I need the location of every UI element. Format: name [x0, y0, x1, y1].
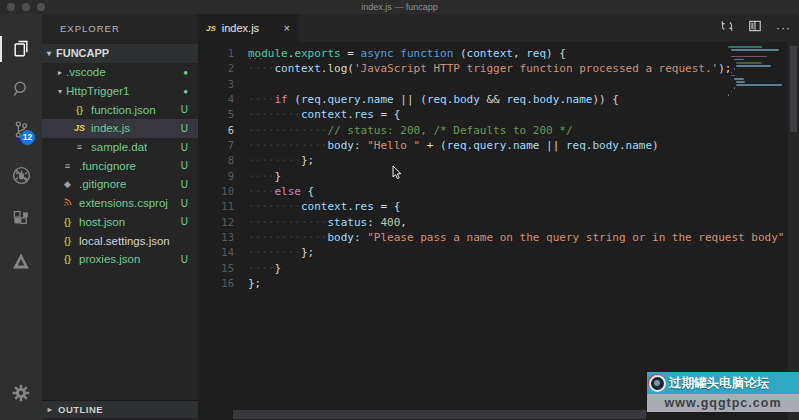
- line-number[interactable]: 14: [198, 245, 248, 260]
- code-line-3[interactable]: 3: [198, 77, 799, 92]
- file-label: .funcignore: [79, 160, 136, 172]
- settings-gear-icon[interactable]: [0, 378, 42, 408]
- file-label: local.settings.json: [79, 235, 170, 247]
- source-control-icon[interactable]: 12: [0, 114, 42, 144]
- line-number[interactable]: 13: [198, 230, 248, 245]
- tab-index-js[interactable]: JS index.js ×: [198, 14, 298, 42]
- braces-file-icon: {}: [60, 236, 75, 246]
- line-number[interactable]: 4: [198, 92, 248, 107]
- watermark-forum-name: 过期罐头电脑论坛: [669, 375, 769, 392]
- azure-icon[interactable]: [0, 246, 42, 276]
- code-text: ····}: [248, 261, 281, 276]
- line-number[interactable]: 16: [198, 276, 248, 291]
- code-text: ········};: [248, 245, 314, 260]
- explorer-item-gitignore[interactable]: ◆.gitignoreU: [42, 175, 198, 194]
- vertical-scrollbar[interactable]: [788, 42, 799, 420]
- code-line-1[interactable]: 1module.exports = async function (contex…: [198, 46, 799, 61]
- code-line-5[interactable]: 5········context.res = {: [198, 107, 799, 122]
- code-line-6[interactable]: 6············// status: 200, /* Defaults…: [198, 123, 799, 138]
- code-line-4[interactable]: 4····if (req.query.name || (req.body && …: [198, 92, 799, 107]
- minimap[interactable]: [728, 46, 786, 97]
- code-text: ········context.res = {: [248, 199, 400, 214]
- code-line-7[interactable]: 7············body: "Hello " + (req.query…: [198, 138, 799, 153]
- code-line-16[interactable]: 16};: [198, 276, 799, 291]
- line-number[interactable]: 9: [198, 169, 248, 184]
- close-window-button[interactable]: [7, 3, 15, 11]
- untracked-badge: U: [181, 179, 188, 190]
- chevron-down-icon: ▾: [54, 87, 66, 96]
- explorer-item-vscode[interactable]: ▸.vscode●: [42, 63, 198, 82]
- explorer-item-proxies-json[interactable]: {}proxies.jsonU: [42, 250, 198, 269]
- code-line-8[interactable]: 8········};: [198, 153, 799, 168]
- file-label: HttpTrigger1: [66, 85, 130, 97]
- code-line-14[interactable]: 14········};: [198, 245, 799, 260]
- explorer-item-host-json[interactable]: {}host.jsonU: [42, 213, 198, 232]
- explorer-item-extensions-csproj[interactable]: extensions.csprojU: [42, 194, 198, 213]
- code-line-15[interactable]: 15····}: [198, 261, 799, 276]
- hint-ellipsis-icon: ···: [248, 55, 264, 63]
- js-file-icon: JS: [206, 24, 216, 33]
- debug-icon[interactable]: [0, 160, 42, 190]
- code-line-2[interactable]: 2····context.log('JavaScript HTTP trigge…: [198, 61, 799, 76]
- rss-file-icon: [60, 197, 75, 209]
- code-text: ····context.log('JavaScript HTTP trigger…: [248, 61, 731, 76]
- explorer-item-httptrigger1[interactable]: ▾HttpTrigger1●: [42, 82, 198, 101]
- minimize-window-button[interactable]: [22, 3, 30, 11]
- line-number[interactable]: 3: [198, 77, 248, 92]
- line-number[interactable]: 11: [198, 199, 248, 214]
- close-tab-icon[interactable]: ×: [284, 22, 290, 34]
- explorer-title: EXPLORER: [42, 14, 198, 44]
- editor-actions: ···: [720, 14, 791, 42]
- zoom-window-button[interactable]: [37, 3, 45, 11]
- js-file-icon: JS: [72, 123, 87, 133]
- line-number[interactable]: 1: [198, 46, 248, 61]
- vertical-scrollbar-thumb[interactable]: [790, 46, 797, 132]
- extensions-icon[interactable]: [0, 204, 42, 234]
- code-text: module.exports = async function (context…: [248, 46, 566, 61]
- code-text: ············// status: 200, /* Defaults …: [248, 123, 573, 138]
- explorer-item-local-settings-json[interactable]: {}local.settings.json: [42, 231, 198, 250]
- watermark-url: www.gqgtpc.com: [647, 394, 799, 412]
- untracked-badge: U: [181, 198, 188, 209]
- explorer-item-sample-dat[interactable]: ≡sample.datU: [42, 138, 198, 157]
- braces-file-icon: {}: [60, 217, 75, 227]
- code-line-9[interactable]: 9····}: [198, 169, 799, 184]
- active-indicator: [0, 36, 2, 62]
- code-line-10[interactable]: 10····else {: [198, 184, 799, 199]
- chevron-right-icon: ▸: [54, 68, 66, 77]
- split-editor-icon[interactable]: [748, 19, 762, 37]
- file-label: function.json: [91, 104, 156, 116]
- explorer-icon[interactable]: [0, 34, 42, 64]
- code-line-11[interactable]: 11········context.res = {: [198, 199, 799, 214]
- code-text: ············status: 400,: [248, 215, 407, 230]
- editor-group: JS index.js × ··· 1module.exports = asyn…: [198, 14, 799, 420]
- code-editor[interactable]: 1module.exports = async function (contex…: [198, 42, 799, 420]
- code-text: ····if (req.query.name || (req.body && r…: [248, 92, 619, 107]
- horizontal-scrollbar[interactable]: [233, 410, 646, 419]
- more-actions-icon[interactable]: ···: [776, 21, 791, 35]
- untracked-badge: U: [181, 216, 188, 227]
- code-text: ············body: "Hello " + (req.query.…: [248, 138, 659, 153]
- explorer-item-funcignore[interactable]: ≡.funcignoreU: [42, 156, 198, 175]
- search-icon[interactable]: [0, 74, 42, 104]
- synchronize-icon[interactable]: [720, 19, 734, 37]
- line-number[interactable]: 7: [198, 138, 248, 153]
- explorer-item-function-json[interactable]: {}function.jsonU: [42, 100, 198, 119]
- line-number[interactable]: 8: [198, 153, 248, 168]
- file-label: .vscode: [66, 66, 106, 78]
- code-text: ············body: "Please pass a name on…: [248, 230, 784, 245]
- line-number[interactable]: 15: [198, 261, 248, 276]
- line-number[interactable]: 6: [198, 123, 248, 138]
- watermark-banner: 过期罐头电脑论坛 www.gqgtpc.com: [647, 372, 799, 412]
- outline-section-header[interactable]: ▸ OUTLINE: [42, 400, 198, 418]
- code-line-12[interactable]: 12············status: 400,: [198, 215, 799, 230]
- file-label: extensions.csproj: [79, 197, 168, 209]
- explorer-root-folder[interactable]: ▾ FUNCAPP: [42, 44, 198, 63]
- line-number[interactable]: 5: [198, 107, 248, 122]
- explorer-item-index-js[interactable]: JSindex.jsU: [42, 119, 198, 138]
- line-number[interactable]: 10: [198, 184, 248, 199]
- chevron-right-icon: ▸: [42, 405, 58, 414]
- line-number[interactable]: 2: [198, 61, 248, 76]
- line-number[interactable]: 12: [198, 215, 248, 230]
- code-line-13[interactable]: 13············body: "Please pass a name …: [198, 230, 799, 245]
